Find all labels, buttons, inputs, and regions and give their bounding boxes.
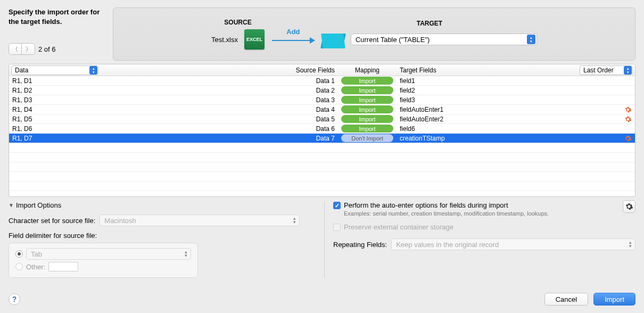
source-data-num: Data 5 bbox=[316, 116, 338, 123]
disclosure-triangle-icon: ▼ bbox=[9, 202, 14, 208]
empty-row bbox=[9, 182, 635, 191]
other-input[interactable] bbox=[48, 262, 78, 271]
preserve-checkbox bbox=[333, 224, 341, 231]
autoenter-label: Perform the auto-enter options for field… bbox=[344, 201, 508, 209]
autoenter-subtext: Examples: serial number, creation timest… bbox=[344, 210, 635, 217]
preserve-label: Preserve external container storage bbox=[344, 223, 453, 231]
import-options-header[interactable]: ▼ Import Options bbox=[9, 201, 317, 209]
source-data-num: Data 4 bbox=[316, 106, 338, 113]
other-label: Other: bbox=[26, 263, 45, 271]
source-fields-header: Source Fields bbox=[296, 67, 338, 74]
stepper-icon bbox=[89, 66, 97, 75]
flow-panel: SOURCE Test.xlsx EXCEL Add TARGET Curren… bbox=[113, 7, 635, 61]
mapping-header: Mapping bbox=[338, 67, 397, 74]
empty-row bbox=[9, 153, 635, 162]
source-data-num: Data 6 bbox=[316, 125, 338, 133]
table-row[interactable]: R1, D7Data 7Don't ImportcreationTStamp bbox=[9, 134, 635, 143]
charset-select[interactable]: Macintosh ▴▾ bbox=[100, 215, 300, 226]
field-options-gear-icon[interactable] bbox=[624, 116, 632, 123]
target-field: field3 bbox=[400, 96, 415, 104]
repeating-label: Repeating Fields: bbox=[333, 241, 387, 249]
source-data-num: Data 3 bbox=[316, 96, 338, 104]
tab-radio[interactable] bbox=[15, 250, 23, 258]
import-button[interactable]: Import bbox=[593, 293, 635, 306]
target-field: field1 bbox=[400, 77, 415, 85]
mapping-pill[interactable]: Import bbox=[341, 105, 393, 113]
empty-row bbox=[9, 191, 635, 196]
mapping-pill[interactable]: Import bbox=[341, 86, 393, 94]
next-record-button[interactable]: 〉 bbox=[22, 44, 35, 54]
empty-row bbox=[9, 172, 635, 182]
table-row[interactable]: R1, D3Data 3Importfield3 bbox=[9, 95, 635, 105]
table-row[interactable]: R1, D1Data 1Importfield1 bbox=[9, 76, 635, 86]
delimiter-label: Field delimiter for source file: bbox=[9, 232, 317, 240]
stepper-icon bbox=[527, 35, 535, 44]
target-fields-header: Target Fields bbox=[400, 67, 436, 74]
mapping-table: Data Source Fields Mapping Target Fields… bbox=[9, 64, 635, 197]
instruction-text: Specify the import order for the target … bbox=[9, 7, 104, 26]
cancel-button[interactable]: Cancel bbox=[544, 293, 588, 306]
mapping-pill[interactable]: Don't Import bbox=[341, 134, 393, 142]
arrow-label[interactable]: Add bbox=[286, 28, 300, 36]
source-file-name: Test.xlsx bbox=[211, 36, 238, 44]
source-value: R1, D1 bbox=[12, 77, 32, 85]
field-options-gear-icon[interactable] bbox=[624, 135, 632, 142]
delimiter-box: Tab ▴▾ Other: bbox=[9, 243, 198, 278]
target-table-select[interactable]: Current Table ("TABLE") bbox=[351, 34, 537, 45]
charset-label: Character set for source file: bbox=[9, 217, 95, 225]
table-row[interactable]: R1, D6Data 6Importfield6 bbox=[9, 124, 635, 134]
target-field: field6 bbox=[400, 125, 415, 133]
empty-row bbox=[9, 162, 635, 172]
field-options-gear-icon[interactable] bbox=[624, 106, 632, 113]
table-row[interactable]: R1, D2Data 2Importfield2 bbox=[9, 86, 635, 95]
source-data-num: Data 1 bbox=[316, 77, 338, 85]
source-data-num: Data 2 bbox=[316, 87, 338, 94]
sort-mode-select[interactable]: Last Order bbox=[580, 65, 633, 75]
source-value: R1, D3 bbox=[12, 96, 32, 104]
settings-gear-button[interactable] bbox=[623, 200, 635, 213]
mapping-pill[interactable]: Import bbox=[341, 125, 393, 133]
pager-buttons: 〈 〉 bbox=[9, 43, 35, 55]
target-field: creationTStamp bbox=[400, 135, 445, 142]
other-radio[interactable] bbox=[15, 263, 23, 270]
source-value: R1, D4 bbox=[12, 106, 32, 113]
target-field: field2 bbox=[400, 87, 415, 94]
source-value: R1, D7 bbox=[12, 135, 32, 142]
stepper-icon bbox=[624, 66, 632, 75]
folder-icon bbox=[322, 30, 344, 48]
help-button[interactable]: ? bbox=[9, 293, 20, 305]
tab-select[interactable]: Tab ▴▾ bbox=[26, 248, 191, 260]
pager-text: 2 of 6 bbox=[38, 45, 56, 53]
mapping-pill[interactable]: Import bbox=[341, 96, 393, 104]
mapping-pill[interactable]: Import bbox=[341, 115, 393, 123]
target-label: TARGET bbox=[417, 20, 442, 27]
source-mode-select[interactable]: Data bbox=[11, 65, 98, 75]
source-value: R1, D6 bbox=[12, 125, 32, 133]
source-value: R1, D5 bbox=[12, 116, 32, 123]
table-row[interactable]: R1, D5Data 5ImportfieldAutoEnter2 bbox=[9, 114, 635, 124]
source-value: R1, D2 bbox=[12, 87, 32, 94]
target-field: fieldAutoEnter1 bbox=[400, 106, 443, 113]
autoenter-checkbox[interactable] bbox=[333, 202, 341, 209]
excel-icon: EXCEL bbox=[244, 29, 265, 50]
repeating-select[interactable]: Keep values in the original record ▴▾ bbox=[391, 238, 635, 250]
empty-row bbox=[9, 143, 635, 153]
prev-record-button[interactable]: 〈 bbox=[9, 44, 22, 54]
mapping-pill[interactable]: Import bbox=[341, 77, 393, 85]
arrow-icon bbox=[272, 40, 315, 41]
source-data-num: Data 7 bbox=[316, 135, 338, 142]
table-row[interactable]: R1, D4Data 4ImportfieldAutoEnter1 bbox=[9, 105, 635, 114]
gear-icon bbox=[625, 202, 633, 211]
target-field: fieldAutoEnter2 bbox=[400, 116, 443, 123]
source-label: SOURCE bbox=[224, 19, 251, 26]
